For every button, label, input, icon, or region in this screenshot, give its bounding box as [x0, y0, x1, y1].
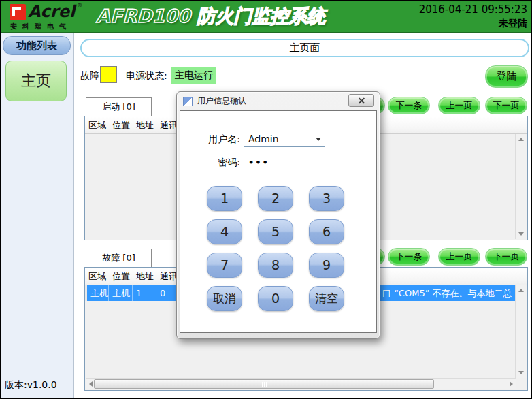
dialog-title: 用户信息确认: [197, 92, 246, 110]
app-window: Acrel ® 安科瑞电气 AFRD100 防火门监控系统 2016-04-21…: [0, 0, 532, 399]
login-button[interactable]: 登陆: [485, 65, 528, 88]
sidebar: 功能列表 主页 版本:v1.0.0: [1, 33, 74, 399]
login-status: 未登陆: [499, 18, 527, 30]
fault-table-vscrollbar[interactable]: [515, 285, 527, 378]
hscrollbar-thumb[interactable]: [94, 379, 434, 389]
column-header-position[interactable]: 位置: [109, 116, 133, 134]
prev-page-button-top[interactable]: 上一页: [438, 97, 480, 114]
scroll-up-icon[interactable]: [518, 289, 524, 292]
app-title: AFRD100 防火门监控系统: [96, 4, 325, 29]
username-value: Admin: [248, 131, 279, 146]
clear-button[interactable]: 清空: [309, 286, 344, 311]
registered-mark: ®: [77, 3, 82, 9]
fault-indicator: [100, 66, 117, 83]
brand-name: Acrel: [28, 2, 75, 21]
keypad-6[interactable]: 6: [309, 219, 344, 244]
tab-start[interactable]: 启动 [0]: [86, 97, 152, 116]
next-page-button-top[interactable]: 下一页: [485, 97, 527, 114]
keypad-8[interactable]: 8: [258, 253, 293, 278]
keypad-7[interactable]: 7: [207, 253, 242, 278]
keypad-5[interactable]: 5: [258, 219, 293, 244]
close-button[interactable]: [348, 94, 374, 107]
dialog-window-icon: [183, 97, 193, 106]
next-item-button-bottom[interactable]: 下一条: [388, 248, 430, 266]
user-confirm-dialog: 用户信息确认 用户名: Admin 密码: ••• 1 2 3 4 5 6 7 …: [176, 91, 380, 339]
cell-position: 主机: [109, 285, 133, 301]
column-header-position[interactable]: 位置: [109, 268, 133, 285]
column-header-address[interactable]: 地址: [133, 116, 156, 134]
power-status-label: 电源状态:: [126, 70, 167, 82]
start-table-vscrollbar[interactable]: [515, 134, 527, 239]
cell-fault-message: 口 “COM5” 不存在。与本地二总: [382, 285, 515, 301]
scroll-down-icon[interactable]: [518, 232, 524, 236]
column-header-area[interactable]: 区域: [85, 116, 109, 134]
page-title: 主页面: [80, 39, 529, 57]
fault-label: 故障:: [80, 70, 103, 82]
username-label: 用户名:: [193, 133, 240, 146]
keypad-4[interactable]: 4: [207, 219, 242, 244]
dialog-titlebar[interactable]: 用户信息确认: [177, 92, 380, 110]
fault-table-hscrollbar[interactable]: [86, 378, 516, 389]
keypad-1[interactable]: 1: [207, 186, 242, 211]
column-header-address[interactable]: 地址: [133, 268, 156, 285]
sidebar-item-home[interactable]: 主页: [5, 61, 67, 101]
cancel-button[interactable]: 取消: [207, 286, 242, 311]
scroll-right-icon[interactable]: [510, 381, 513, 387]
keypad-0[interactable]: 0: [258, 286, 293, 311]
keypad-2[interactable]: 2: [258, 186, 293, 211]
column-header-area[interactable]: 区域: [85, 268, 109, 285]
chevron-down-icon: [316, 138, 321, 141]
prev-page-button-bottom[interactable]: 上一页: [438, 248, 480, 266]
brand-chinese-name: 安科瑞电气: [10, 22, 71, 31]
version-label: 版本:v1.0.0: [5, 379, 57, 392]
tab-fault[interactable]: 故障 [0]: [86, 249, 152, 267]
password-field[interactable]: •••: [244, 155, 325, 170]
power-status-value: 主电运行: [171, 67, 216, 84]
next-item-button-top[interactable]: 下一条: [388, 97, 430, 114]
close-icon: [349, 95, 373, 106]
scroll-up-icon[interactable]: [518, 138, 524, 141]
cell-area: 主机: [85, 285, 109, 301]
dialog-body: 用户名: Admin 密码: ••• 1 2 3 4 5 6 7 8 9 取消 …: [180, 110, 377, 333]
header-bar: Acrel ® 安科瑞电气 AFRD100 防火门监控系统 2016-04-21…: [1, 1, 532, 33]
password-label: 密码:: [193, 157, 240, 169]
scroll-down-icon[interactable]: [518, 371, 524, 374]
acrel-logo-icon: [10, 4, 26, 20]
username-select[interactable]: Admin: [244, 131, 325, 147]
scroll-left-icon[interactable]: [89, 381, 93, 387]
keypad-9[interactable]: 9: [309, 253, 344, 278]
datetime-display: 2016-04-21 09:55:23: [419, 3, 527, 16]
keypad-3[interactable]: 3: [309, 186, 344, 211]
function-list-button[interactable]: 功能列表: [3, 36, 71, 55]
next-page-button-bottom[interactable]: 下一页: [485, 248, 527, 266]
cell-address: 1: [133, 285, 156, 301]
